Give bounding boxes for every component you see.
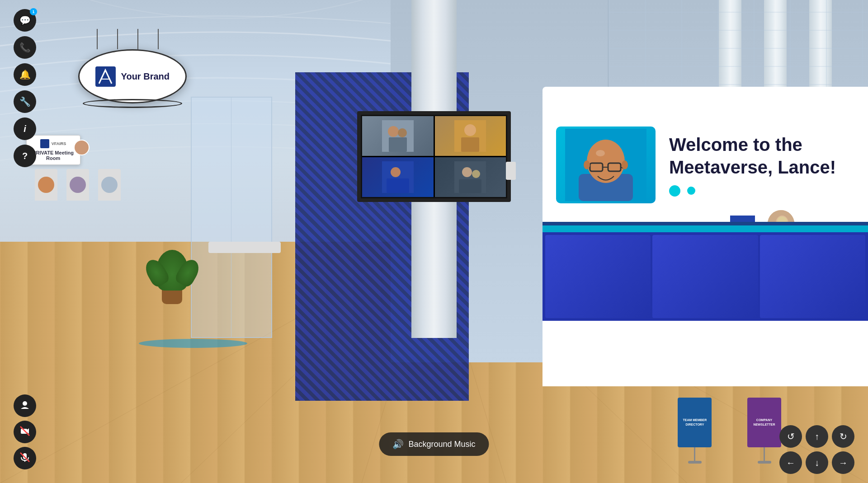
brand-logo-icon	[95, 66, 116, 87]
brochure-label-1: TEAM MEMBER DIRECTORY	[680, 418, 709, 427]
desk-panel-1	[545, 235, 651, 318]
svg-point-7	[388, 126, 399, 137]
avatar-stand-2	[66, 169, 89, 201]
avatar-button[interactable]	[14, 394, 36, 417]
refresh-button[interactable]: ↻	[832, 425, 854, 448]
screen-cell-1	[362, 116, 434, 156]
pillar-screen	[357, 111, 511, 202]
desk-panel-3	[760, 235, 865, 318]
svg-rect-19	[459, 179, 481, 193]
bottom-left-controls	[14, 394, 36, 469]
hanging-wires	[78, 29, 178, 49]
svg-point-32	[622, 160, 628, 169]
plant-leaves	[156, 250, 188, 291]
svg-point-14	[391, 167, 401, 177]
notification-button[interactable]: 🔔	[14, 63, 36, 86]
plant	[156, 250, 188, 304]
plant-pot	[162, 288, 182, 304]
main-scene: Your Brand VFAIRS PRIVATE Meeting Room	[0, 0, 868, 483]
screen-cell-4	[435, 157, 506, 197]
avatar-icon	[20, 400, 30, 412]
move-up-button[interactable]: ↑	[806, 425, 828, 448]
wire-2	[117, 29, 118, 49]
brochure-stand-1: TEAM MEMBER DIRECTORY	[678, 398, 712, 464]
brochure-label-2: COMPANY NEWSLETTER	[750, 418, 778, 427]
svg-rect-9	[389, 137, 407, 152]
mic-icon-svg	[20, 452, 30, 462]
phone-icon: 📞	[19, 42, 31, 53]
brand-sign-container: Your Brand	[78, 29, 187, 108]
screen-grid	[362, 116, 506, 197]
floor-pool	[139, 339, 247, 348]
phone-button[interactable]: 📞	[14, 36, 36, 59]
right-arrow-icon: →	[839, 458, 848, 468]
camera-button[interactable]	[14, 421, 36, 443]
desk-panel-2	[652, 235, 758, 318]
stand-base-2	[758, 461, 771, 464]
brand-sign: Your Brand	[78, 49, 187, 103]
brochure-stand-2: COMPANY NEWSLETTER	[747, 398, 781, 464]
up-arrow-icon: ↑	[815, 431, 819, 442]
brand-logo-mark	[95, 66, 116, 87]
help-icon: ?	[22, 151, 28, 161]
glass-doors	[191, 97, 272, 338]
glass-door-left	[192, 98, 231, 338]
photo-icon-2	[454, 120, 486, 152]
move-left-button[interactable]: ←	[779, 451, 802, 474]
move-down-button[interactable]: ↓	[806, 451, 828, 474]
private-room-label: PRIVATE Meeting Room	[32, 150, 75, 161]
wire-4	[158, 29, 159, 49]
brand-name-text: Your Brand	[121, 71, 170, 82]
stand-pole-2	[764, 447, 765, 461]
wrench-icon: 🔧	[19, 96, 31, 107]
music-icon: 🔊	[392, 439, 404, 450]
left-sidebar: 💬 1 📞 🔔 🔧 i ?	[14, 9, 36, 167]
avatar-stand-3	[98, 169, 121, 201]
svg-point-31	[584, 160, 590, 169]
settings-button[interactable]: 🔧	[14, 90, 36, 113]
svg-point-38	[23, 401, 27, 406]
screen-cell-3	[362, 157, 434, 197]
welcome-line2: Meetaverse, Lance!	[669, 157, 836, 177]
dot-2	[687, 187, 695, 195]
avatar-face-1	[38, 177, 54, 193]
room-avatar	[74, 140, 90, 155]
stand-base-1	[688, 461, 702, 464]
background-music-button[interactable]: 🔊 Background Music	[379, 432, 489, 456]
chat-button[interactable]: 💬 1	[14, 9, 36, 32]
refresh-icon: ↻	[840, 431, 847, 442]
svg-point-25	[596, 150, 605, 156]
chat-badge: 1	[30, 8, 37, 15]
down-arrow-icon: ↓	[815, 458, 819, 468]
chat-icon: 💬	[19, 15, 31, 26]
welcome-text-area: Welcome to the Meetaverse, Lance!	[669, 133, 868, 197]
mic-button[interactable]	[14, 447, 36, 469]
room-logo-icon	[40, 139, 49, 148]
svg-point-24	[587, 140, 625, 183]
move-right-button[interactable]: →	[832, 451, 854, 474]
private-room-logo: VFAIRS	[32, 139, 75, 148]
reception-desk	[542, 222, 868, 387]
welcome-booth: Welcome to the Meetaverse, Lance!	[542, 87, 868, 386]
welcome-dots	[669, 185, 868, 197]
photo-icon-4	[454, 161, 486, 193]
brochure-card-1: TEAM MEMBER DIRECTORY	[678, 398, 712, 447]
dot-1	[669, 185, 680, 197]
reset-button[interactable]: ↺	[779, 425, 802, 448]
info-button[interactable]: i	[14, 117, 36, 140]
welcome-avatar-image	[565, 129, 646, 201]
svg-point-17	[462, 167, 472, 177]
screen-cell-2	[435, 116, 506, 156]
background-music-label: Background Music	[408, 440, 475, 449]
avatar-stand-1	[35, 169, 57, 201]
welcome-sign: Welcome to the Meetaverse, Lance!	[542, 87, 868, 243]
stand-pole-1	[694, 447, 695, 461]
help-button[interactable]: ?	[14, 145, 36, 167]
welcome-line1: Welcome to the	[669, 135, 802, 155]
svg-point-11	[464, 124, 476, 136]
wire-1	[97, 29, 98, 49]
camera-off-icon	[20, 426, 30, 438]
camera-icon-svg	[20, 426, 30, 436]
mic-off-icon	[20, 452, 30, 464]
wire-3	[137, 29, 138, 49]
